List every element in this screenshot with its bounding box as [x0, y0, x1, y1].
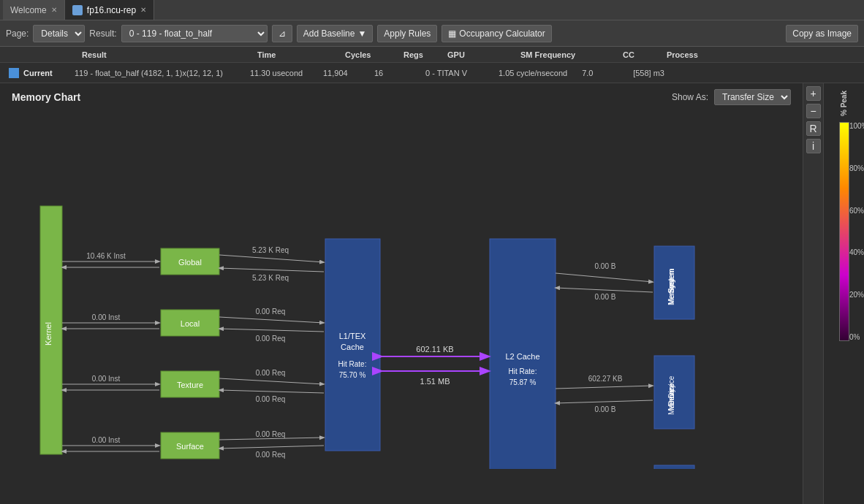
toolbar: Page: Details Result: 0 - 119 - float_to…: [0, 20, 864, 47]
tab-bar: Welcome ✕ fp16.ncu-rep ✕: [0, 0, 864, 20]
scale-tick-60: 60%: [849, 207, 864, 215]
l2-hit-rate-label: Hit Rate:: [509, 367, 537, 375]
apply-rules-label: Apply Rules: [384, 28, 431, 39]
l2-sys-bottom-label: 0.00 B: [595, 293, 616, 301]
texture-l1-arrow-top: [219, 378, 324, 384]
peer-memory-block: [654, 465, 694, 469]
add-baseline-label: Add Baseline: [303, 28, 355, 39]
scale-tick-100: 100%: [849, 122, 864, 130]
memory-chart-svg: Kernel Global Local Texture Surface Shar…: [0, 111, 716, 469]
cycles-cell: 11,904: [323, 69, 360, 77]
tab-welcome[interactable]: Welcome ✕: [3, 0, 65, 20]
occupancy-calculator-button[interactable]: ▦ Occupancy Calculator: [442, 25, 551, 42]
l2-label-1: L2 Cache: [505, 352, 539, 361]
zoom-reset-button[interactable]: R: [806, 121, 821, 136]
chart-title: Memory Chart: [12, 91, 80, 103]
l1-l2-bottom-label: 1.51 MB: [420, 377, 450, 386]
l2-dev-bottom-label: 0.00 B: [595, 405, 616, 413]
global-label: Global: [178, 258, 202, 267]
scale-tick-20: 20%: [849, 291, 864, 299]
result-label: Result:: [89, 28, 116, 39]
texture-inst-label: 0.00 Inst: [92, 375, 121, 383]
l1tex-label-2: Cache: [341, 343, 364, 351]
time-header: Time: [257, 50, 330, 59]
memory-diagram: Kernel Global Local Texture Surface Shar…: [0, 111, 803, 495]
local-req-top-label: 0.00 Req: [256, 308, 286, 316]
result-select[interactable]: 0 - 119 - float_to_half: [121, 25, 268, 42]
texture-req-bottom-label: 0.00 Req: [256, 395, 286, 403]
global-l1-arrow-top: [219, 255, 324, 262]
result-header: Result: [82, 50, 243, 59]
scale-tick-80: 80%: [849, 164, 864, 172]
column-headers: Result Time Cycles Regs GPU SM Frequency…: [0, 47, 864, 63]
show-as-select[interactable]: Transfer Size: [714, 89, 791, 105]
dropdown-icon: ▼: [357, 28, 366, 39]
calc-icon: ▦: [448, 28, 456, 39]
scale-bar: [839, 122, 849, 341]
local-l1-arrow-bottom: [219, 329, 324, 332]
texture-l1-arrow-bottom: [219, 390, 324, 393]
cycles-header: Cycles: [345, 50, 389, 59]
local-req-bottom-label: 0.00 Req: [256, 335, 286, 343]
l2-dev-top-label: 602.27 KB: [588, 375, 623, 383]
l1-hit-rate-value: 75.70 %: [339, 371, 366, 379]
scale-container: 100% 80% 60% 40% 20% 0%: [839, 122, 849, 341]
surface-label: Surface: [176, 442, 204, 451]
l1-hit-rate-label: Hit Rate:: [338, 360, 367, 368]
page-label: Page:: [6, 28, 29, 39]
l1tex-label-1: L1/TEX: [339, 332, 366, 340]
filter-icon: ⊿: [278, 28, 286, 39]
cc-header: CC: [623, 50, 652, 59]
l2-dev-arrow-top: [556, 386, 653, 389]
info-button[interactable]: i: [806, 139, 821, 153]
color-scale-panel: % Peak 100% 80% 60% 40% 20% 0%: [823, 83, 864, 504]
tab-fp16-label: fp16.ncu-rep: [87, 5, 136, 15]
sm-freq-cell: 1.05 cycle/nsecond: [499, 69, 567, 77]
copy-as-image-button[interactable]: Copy as Image: [786, 25, 858, 42]
texture-req-top-label: 0.00 Req: [256, 369, 286, 377]
local-l1-arrow-top: [219, 317, 324, 323]
l2-dev-arrow-bottom: [556, 400, 653, 403]
tab-welcome-label: Welcome: [10, 5, 47, 15]
global-l1-arrow-bottom: [219, 268, 324, 272]
chart-title-bar: Memory Chart Show As: Transfer Size: [0, 83, 803, 111]
gpu-cell: 0 - TITAN V: [425, 69, 484, 77]
tab-welcome-close[interactable]: ✕: [51, 6, 57, 14]
add-baseline-button[interactable]: Add Baseline ▼: [297, 25, 374, 42]
l2-sys-top-label: 0.00 B: [595, 262, 616, 270]
data-row-current: Current 119 - float_to_half (4182, 1, 1)…: [0, 63, 864, 83]
tab-fp16-close[interactable]: ✕: [140, 6, 146, 14]
cc-cell: 7.0: [582, 69, 618, 77]
l1-l2-top-label: 602.11 KB: [416, 345, 453, 354]
global-req-bottom-label: 5.23 K Req: [252, 274, 289, 282]
l2-hit-rate-value: 75.87 %: [509, 378, 537, 386]
global-inst-label: 10.46 K Inst: [86, 252, 126, 260]
current-label: Current: [9, 68, 60, 78]
local-inst-label: 0.00 Inst: [92, 313, 121, 321]
texture-label: Texture: [177, 381, 203, 389]
copy-as-image-label: Copy as Image: [792, 28, 852, 39]
sys-mem-text-2: Memory: [667, 278, 675, 305]
main-content: Memory Chart Show As: Transfer Size: [0, 83, 864, 504]
filter-button[interactable]: ⊿: [272, 25, 292, 42]
result-cell: 119 - float_to_half (4182, 1, 1)x(12, 12…: [75, 69, 235, 77]
kernel-label: Kernel: [44, 322, 53, 345]
zoom-out-button[interactable]: −: [806, 104, 821, 118]
time-cell: 11.30 usecond: [250, 69, 308, 77]
show-as-control: Show As: Transfer Size: [672, 89, 791, 105]
l2-sys-arrow-top: [556, 273, 653, 282]
scale-tick-0: 0%: [849, 333, 864, 341]
apply-rules-button[interactable]: Apply Rules: [377, 25, 437, 42]
tab-fp16[interactable]: fp16.ncu-rep ✕: [65, 0, 154, 20]
surface-l1-arrow-bottom: [219, 446, 324, 448]
show-as-label: Show As:: [672, 92, 708, 102]
page-select[interactable]: Details: [33, 25, 85, 42]
gpu-header: GPU: [447, 50, 506, 59]
dev-mem-text-2: Memory: [667, 384, 675, 411]
zoom-in-button[interactable]: +: [806, 86, 821, 101]
global-req-top-label: 5.23 K Req: [252, 246, 289, 254]
surface-req-bottom-label: 0.00 Req: [256, 451, 286, 459]
sm-freq-header: SM Frequency: [520, 50, 608, 59]
right-zoom-panel: + − R i: [803, 83, 823, 504]
l2-sys-arrow-bottom: [556, 288, 653, 292]
